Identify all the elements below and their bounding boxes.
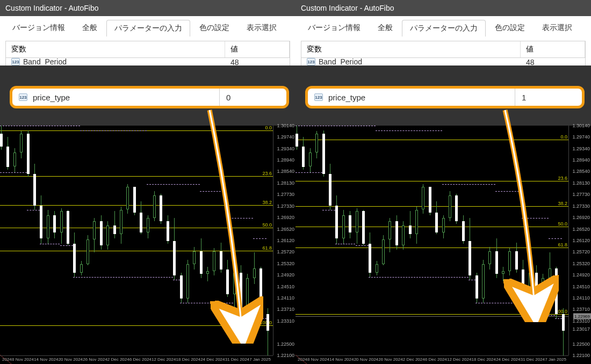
int-icon: 123 [307,58,315,65]
candle [369,126,372,355]
titlebar[interactable]: Custom Indicator - AutoFibo [0,0,296,16]
time-scale[interactable]: 20248 Nov 202414 Nov 202420 Nov 202426 N… [296,355,568,364]
candle [226,126,229,355]
price-tick: 1.26120 [572,238,590,243]
price-tick: 1.23710 [572,307,590,312]
window-title: Custom Indicator - AutoFibo [5,4,99,12]
candle [529,126,532,355]
titlebar[interactable]: Custom Indicator - AutoFibo [296,0,591,16]
time-tick: 6 Dec 2024 [129,357,152,363]
candle [315,126,319,355]
candle [173,126,176,355]
price-tick: 1.27730 [572,192,590,197]
highlight-price-type-right[interactable]: 123 price_type 1 [305,86,585,108]
tab-1[interactable]: 全般 [74,19,105,36]
chart-plot-area[interactable]: 0.023.638.250.061.8100.0 [0,126,273,355]
price-tick: 1.27730 [277,192,294,197]
candle [246,126,249,355]
candle [200,126,203,355]
param-name: price_type [328,93,515,102]
time-tick: 26 Nov 2024 [378,357,402,363]
candle [47,126,50,355]
param-row-band-period[interactable]: 123Band_Period 48 [5,58,290,65]
tab-3[interactable]: 色の設定 [191,19,237,36]
tab-1[interactable]: 全般 [370,19,401,36]
parameter-grid-header: 変数 値 [301,41,586,58]
price-tick: 1.24510 [277,284,294,289]
param-row-band-period[interactable]: 123Band_Period 48 [301,58,586,65]
time-tick: 14 Nov 2024 [34,357,58,363]
candle [535,126,538,355]
price-tick: 1.30140 [572,123,590,128]
candle [388,126,392,355]
bid-badge: 1.22969 [573,314,591,319]
price-tick: 1.30140 [277,123,294,128]
price-tick: 1.26520 [572,227,590,232]
tab-0[interactable]: バージョン情報 [300,19,369,36]
chart-left[interactable]: 0.023.638.250.061.8100.0 1.301401.297401… [0,126,296,364]
time-tick: 18 Dec 2024 [472,357,496,363]
time-scale[interactable]: 20248 Nov 202414 Nov 202420 Nov 202426 N… [0,355,273,364]
candle [508,126,511,355]
candle [549,126,552,355]
chart-plot-area[interactable]: 0.023.638.250.061.8100.0 [296,126,568,355]
tab-4[interactable]: 表示選択 [534,19,580,36]
price-tick: 1.23017 [572,326,590,332]
price-tick: 1.24110 [277,295,294,301]
time-tick: 2024 [2,357,12,363]
price-tick: 1.24920 [277,272,294,278]
price-tick: 1.22100 [572,353,590,358]
param-value[interactable]: 1 [522,93,575,102]
candle [356,126,359,355]
tab-2[interactable]: パラメーターの入力 [106,20,190,37]
candle [302,126,305,355]
window-title: Custom Indicator - AutoFibo [301,4,394,12]
candle [488,126,492,355]
tab-4[interactable]: 表示選択 [239,19,285,36]
candle [542,126,545,355]
price-tick: 1.23710 [277,307,294,312]
candle [429,126,432,355]
price-tick: 1.29740 [277,134,294,140]
price-tick: 1.29340 [277,146,294,151]
candle [469,126,472,355]
tab-0[interactable]: バージョン情報 [4,19,73,36]
candle [349,126,352,355]
candle [167,126,170,355]
candle [522,126,525,355]
time-tick: 8 Nov 2024 [12,357,34,363]
candle [60,126,63,355]
candle [27,126,30,355]
highlight-price-type-left[interactable]: 123 price_type 0 [10,86,289,108]
chart-right[interactable]: 0.023.638.250.061.8100.0 1.301401.297401… [296,126,591,364]
candle [362,126,365,355]
candle [555,126,558,355]
candle [475,126,479,355]
price-tick: 1.28130 [572,180,590,186]
candle [113,126,117,355]
price-tick: 1.29740 [572,134,590,140]
candle [73,126,76,355]
candle [462,126,465,355]
time-tick: 2 Dec 2024 [107,357,129,363]
price-scale[interactable]: 1.301401.297401.293401.289401.285401.281… [568,126,591,355]
time-tick: 24 Dec 2024 [496,357,520,363]
candle [482,126,485,355]
tab-3[interactable]: 色の設定 [487,19,533,36]
param-value[interactable]: 0 [226,93,280,102]
candle [296,126,299,355]
divider [219,89,220,106]
int-icon: 123 [314,93,323,101]
price-tick: 1.25720 [572,249,590,254]
price-scale[interactable]: 1.301401.297401.293401.289401.285401.281… [273,126,296,355]
tab-2[interactable]: パラメーターの入力 [402,20,486,37]
candle [376,126,379,355]
candle [186,126,190,355]
col-value: 値 [225,41,290,57]
price-tick: 1.28940 [277,157,294,163]
price-tick: 1.23310 [277,318,294,324]
candle [342,126,345,355]
time-tick: 6 Dec 2024 [425,357,447,363]
candle [220,126,223,355]
price-tick: 1.25320 [572,261,590,266]
